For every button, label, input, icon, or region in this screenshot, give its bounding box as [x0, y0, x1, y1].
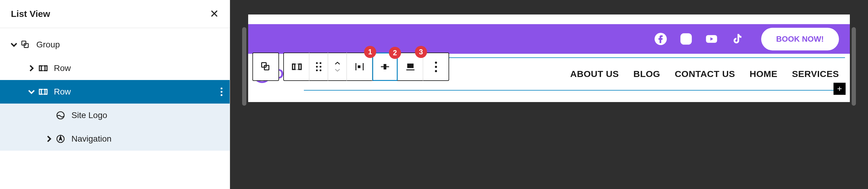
nav-link[interactable]: SERVICES	[792, 69, 839, 79]
tree-item-navigation[interactable]: Navigation	[0, 127, 230, 151]
tree-item-row[interactable]: Row	[0, 56, 230, 80]
svg-rect-19	[406, 69, 414, 70]
nav-link[interactable]: HOME	[750, 69, 777, 79]
page-preview: BOOK NOW! D DIVI ABOUT US BLOG CONTACT U…	[248, 14, 850, 102]
block-toolbar: 1 2 3	[252, 52, 449, 81]
group-block-icon	[19, 40, 31, 49]
block-tree: Group Row Row Site Logo	[0, 28, 230, 151]
close-icon[interactable]: ✕	[210, 8, 219, 19]
tree-item-label: Row	[54, 87, 71, 97]
nav-link[interactable]: ABOUT US	[570, 69, 619, 79]
more-options-button[interactable]	[423, 52, 448, 81]
scrollbar-left[interactable]	[242, 27, 246, 106]
row-block-icon	[37, 87, 49, 97]
scrollbar-right[interactable]	[851, 27, 856, 106]
chevron-down-icon[interactable]	[8, 39, 19, 50]
select-parent-button[interactable]	[253, 52, 278, 81]
svg-point-8	[688, 35, 689, 37]
svg-marker-4	[59, 136, 62, 140]
main-toolbar: 1 2 3	[283, 52, 449, 81]
tree-item-label: Row	[54, 64, 71, 73]
block-type-button[interactable]	[284, 52, 309, 81]
tree-item-label: Navigation	[71, 134, 112, 144]
annotation-2: 2	[389, 47, 401, 59]
align-button[interactable]: 2	[372, 52, 398, 81]
tree-item-group[interactable]: Group	[0, 33, 230, 56]
tree-item-site-logo[interactable]: Site Logo	[0, 104, 230, 127]
add-block-icon[interactable]: +	[834, 83, 846, 95]
top-bar: BOOK NOW!	[248, 24, 850, 54]
chevron-right-icon[interactable]	[43, 134, 55, 144]
editor-canvas: BOOK NOW! D DIVI ABOUT US BLOG CONTACT U…	[230, 0, 868, 189]
tree-item-label: Site Logo	[71, 111, 107, 120]
tree-item-label: Group	[36, 40, 60, 49]
svg-rect-18	[407, 64, 413, 68]
parent-selector	[252, 52, 279, 81]
chevron-right-icon[interactable]	[26, 63, 37, 74]
annotation-1: 1	[364, 46, 376, 58]
nav-link[interactable]: CONTACT US	[675, 69, 735, 79]
nav-link[interactable]: BLOG	[633, 69, 660, 79]
drag-handle[interactable]	[309, 52, 328, 81]
tree-item-row-selected[interactable]: Row	[0, 80, 230, 104]
instagram-icon[interactable]	[679, 32, 693, 46]
svg-rect-13	[355, 63, 356, 70]
width-button[interactable]: 3	[398, 52, 423, 81]
svg-rect-15	[363, 63, 364, 70]
navigation-block-icon	[55, 134, 67, 144]
chevron-down-icon[interactable]	[26, 86, 37, 97]
site-logo-block-icon	[55, 111, 67, 120]
row-block-icon	[37, 64, 49, 73]
svg-rect-14	[358, 66, 361, 68]
justify-button[interactable]: 1	[347, 52, 372, 81]
list-view-panel: List View ✕ Group Row	[0, 0, 230, 189]
tiktok-icon[interactable]	[730, 32, 744, 46]
book-now-button[interactable]: BOOK NOW!	[761, 28, 839, 50]
panel-title: List View	[11, 9, 50, 19]
move-updown-button[interactable]	[328, 52, 347, 81]
svg-point-7	[684, 37, 688, 41]
options-menu-icon[interactable]	[221, 87, 222, 96]
svg-rect-17	[384, 64, 386, 69]
annotation-3: 3	[415, 46, 427, 58]
facebook-icon[interactable]	[653, 32, 668, 46]
sidebar-header: List View ✕	[0, 0, 230, 28]
youtube-icon[interactable]	[704, 32, 719, 46]
